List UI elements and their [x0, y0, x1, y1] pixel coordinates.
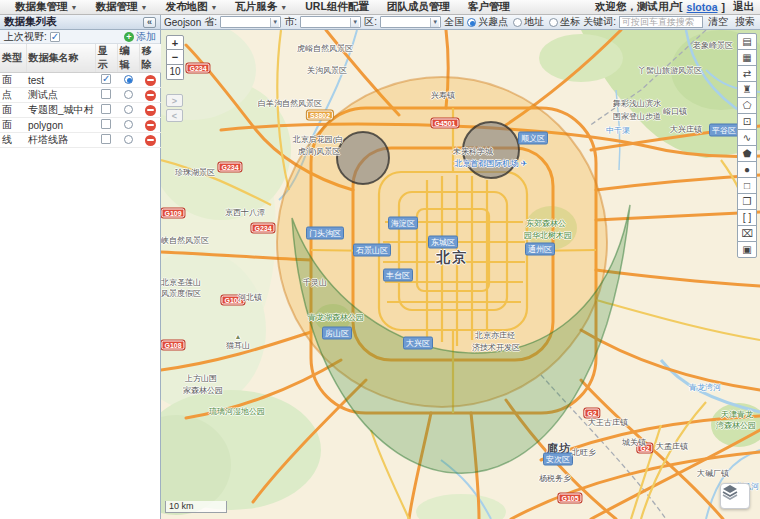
polygon-draw-icon: ⬠ — [743, 100, 752, 111]
last-view-checkbox[interactable] — [50, 32, 60, 42]
dataset-name: 测试点 — [26, 88, 95, 103]
table-row[interactable]: 面专题图_城中村 — [0, 103, 161, 118]
image-overlay-button[interactable]: ▦ — [737, 49, 757, 66]
next-view-button[interactable]: > — [166, 94, 183, 107]
menu-item-2[interactable]: 数据管理▼ — [86, 0, 156, 14]
menu-item-4[interactable]: 瓦片服务▼ — [226, 0, 296, 14]
save-icon: ▣ — [742, 244, 751, 255]
scope-label: 全国 — [444, 15, 464, 29]
left-eye-circle-overlay — [337, 132, 389, 184]
map-tiles — [161, 30, 760, 519]
landmark-button[interactable]: ♜ — [737, 81, 757, 98]
chevron-down-icon: ▼ — [210, 4, 217, 11]
menubar-items: 数据集管理▼数据管理▼发布地图▼瓦片服务▼URL组件配置团队成员管理客户管理 — [6, 0, 519, 14]
basemap-layers-button[interactable] — [720, 483, 750, 509]
polyline-draw-button[interactable]: ∿ — [737, 129, 757, 146]
col-type-header: 类型 — [0, 44, 26, 73]
zoom-out-button[interactable]: − — [166, 50, 184, 65]
clear-button[interactable]: 清空 — [706, 15, 730, 29]
dataset-type: 点 — [0, 88, 26, 103]
edit-radio[interactable] — [124, 75, 133, 84]
table-row[interactable]: 面test — [0, 73, 161, 88]
table-row[interactable]: 点测试点 — [0, 88, 161, 103]
edit-radio[interactable] — [124, 135, 133, 144]
logout-link[interactable]: 退出 — [733, 0, 754, 14]
map-canvas[interactable]: 北京廊坊海淀区东城区石景山区门头沟区丰台区通州区大兴区房山区顺义区平谷区安次区G… — [161, 30, 760, 519]
add-label: 添加 — [136, 30, 156, 44]
edit-radio[interactable] — [124, 90, 133, 99]
rectangle-draw-button[interactable]: □ — [737, 177, 757, 194]
dataset-name: polygon — [26, 118, 95, 133]
dataset-type: 面 — [0, 73, 26, 88]
map-toolbar: Geojson 省: ▼ 市: ▼ 区: ▼ 全国 兴趣点地址坐标 关键词: 清… — [161, 15, 760, 30]
city-select[interactable]: ▼ — [300, 16, 361, 28]
menubar: 数据集管理▼数据管理▼发布地图▼瓦片服务▼URL组件配置团队成员管理客户管理 欢… — [0, 0, 760, 15]
remove-icon[interactable] — [145, 90, 156, 101]
save-button[interactable]: ▣ — [737, 241, 757, 258]
copy-icon: ❐ — [743, 196, 752, 207]
dataset-name: test — [26, 73, 95, 88]
dataset-type: 面 — [0, 103, 26, 118]
username-link[interactable]: slotoa — [687, 1, 718, 13]
table-row[interactable]: 面polygon — [0, 118, 161, 133]
search-type-radio-兴趣点[interactable]: 兴趣点 — [467, 15, 508, 29]
visible-checkbox[interactable] — [101, 89, 111, 99]
menu-item-label: 数据集管理 — [15, 0, 68, 14]
brackets-icon: [ ] — [743, 212, 751, 223]
chevron-down-icon: ▼ — [430, 18, 439, 27]
visible-checkbox[interactable] — [101, 119, 111, 129]
edit-radio[interactable] — [124, 105, 133, 114]
dataset-type: 面 — [0, 118, 26, 133]
table-row[interactable]: 线杆塔线路 — [0, 133, 161, 148]
menu-item-label: 发布地图 — [165, 0, 207, 14]
collapse-panel-button[interactable]: « — [143, 17, 156, 28]
pentagon-draw-button[interactable]: ⬟ — [737, 145, 757, 162]
remove-icon[interactable] — [145, 135, 156, 146]
search-type-radio-坐标[interactable]: 坐标 — [549, 15, 580, 29]
search-type-radio-地址[interactable]: 地址 — [513, 15, 544, 29]
last-view-row: 上次视野: + 添加 — [0, 30, 160, 44]
box-select-button[interactable]: ⊡ — [737, 113, 757, 130]
dataset-name: 杆塔线路 — [26, 133, 95, 148]
keyword-label: 关键词: — [583, 15, 616, 29]
search-button[interactable]: 搜索 — [733, 15, 757, 29]
welcome-text: 欢迎您，测试用户[ — [595, 0, 683, 14]
visible-checkbox[interactable] — [101, 104, 111, 114]
scale-bar: 10 km — [165, 501, 227, 513]
menu-item-6[interactable]: 团队成员管理 — [378, 0, 459, 14]
prev-view-button[interactable]: < — [166, 109, 183, 122]
menu-item-3[interactable]: 发布地图▼ — [156, 0, 226, 14]
measure-ruler-button[interactable]: ▤ — [737, 33, 757, 50]
district-select[interactable]: ▼ — [380, 16, 441, 28]
province-select[interactable]: ▼ — [220, 16, 281, 28]
menu-item-7[interactable]: 客户管理 — [459, 0, 519, 14]
menu-item-5[interactable]: URL组件配置 — [296, 0, 378, 14]
delete-button[interactable]: ⌧ — [737, 225, 757, 242]
col-edit-header: 编辑 — [117, 44, 139, 73]
chevron-down-icon: ▼ — [280, 4, 287, 11]
visible-checkbox[interactable] — [101, 134, 111, 144]
radio-icon — [549, 18, 558, 27]
chevron-down-icon: ▼ — [71, 4, 78, 11]
edit-radio[interactable] — [124, 120, 133, 129]
add-dataset-button[interactable]: + 添加 — [124, 30, 156, 44]
circle-draw-button[interactable]: ● — [737, 161, 757, 178]
radio-label: 坐标 — [560, 15, 580, 29]
rectangle-draw-icon: □ — [744, 180, 750, 191]
swap-arrows-button[interactable]: ⇄ — [737, 65, 757, 82]
keyword-input[interactable] — [619, 16, 703, 28]
copy-button[interactable]: ❐ — [737, 193, 757, 210]
welcome-suffix: ] — [722, 1, 726, 13]
polygon-draw-button[interactable]: ⬠ — [737, 97, 757, 114]
measure-ruler-icon: ▤ — [742, 36, 751, 47]
remove-icon[interactable] — [145, 105, 156, 116]
col-name-header: 数据集名称 — [26, 44, 95, 73]
layers-icon — [721, 484, 739, 500]
swap-arrows-icon: ⇄ — [743, 68, 751, 79]
visible-checkbox[interactable] — [101, 74, 111, 84]
menu-item-1[interactable]: 数据集管理▼ — [6, 0, 86, 14]
zoom-in-button[interactable]: + — [166, 35, 184, 50]
brackets-button[interactable]: [ ] — [737, 209, 757, 226]
remove-icon[interactable] — [145, 75, 156, 86]
remove-icon[interactable] — [145, 120, 156, 131]
